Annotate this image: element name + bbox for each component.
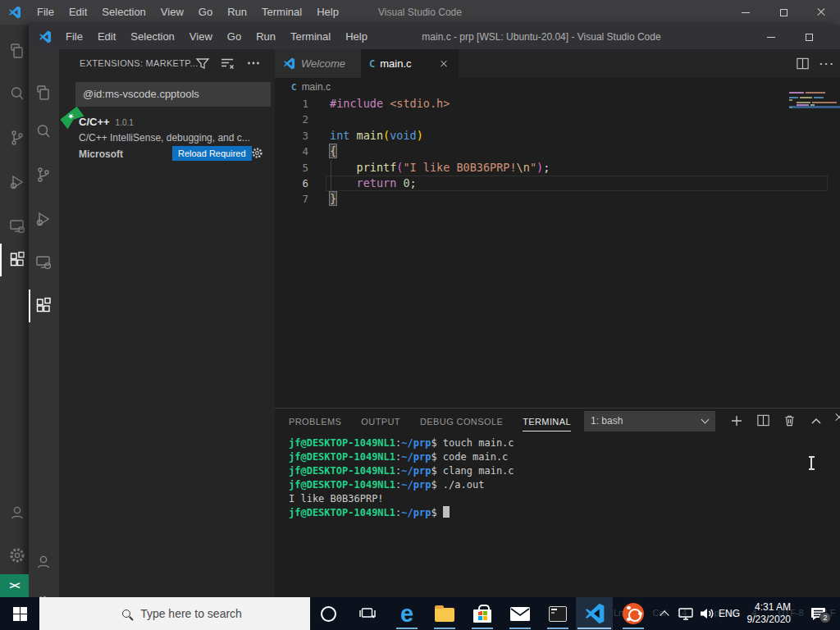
c-language-icon: C <box>369 58 375 70</box>
tray-time: 4:31 AM <box>755 601 791 614</box>
tab-close-button[interactable] <box>437 57 450 71</box>
vscode-taskbar-button[interactable] <box>576 597 613 630</box>
outer-maximize-button[interactable] <box>765 0 802 25</box>
tab-main-c[interactable]: C main.c <box>361 49 459 78</box>
menu-view[interactable]: View <box>153 0 191 25</box>
extension-gear-icon[interactable] <box>250 146 264 160</box>
store-button[interactable] <box>464 597 500 630</box>
remote-explorer-icon[interactable] <box>7 217 27 236</box>
clear-filter-icon[interactable] <box>220 56 235 71</box>
ubuntu-button[interactable] <box>617 597 650 630</box>
language-indicator[interactable]: ENG <box>715 597 743 630</box>
network-button[interactable] <box>674 597 697 630</box>
terminal-shell-select[interactable]: 1: bash <box>584 411 715 431</box>
source-control-icon[interactable] <box>7 128 27 148</box>
split-terminal-button[interactable] <box>756 413 771 428</box>
network-icon <box>678 606 694 621</box>
outer-close-button[interactable] <box>802 0 840 25</box>
kill-terminal-trash-icon[interactable] <box>783 413 797 428</box>
close-icon <box>835 413 840 422</box>
menu-edit[interactable]: Edit <box>90 25 123 49</box>
run-debug-icon[interactable] <box>34 209 53 229</box>
menu-help[interactable]: Help <box>309 0 346 25</box>
panel-tab-problems[interactable]: PROBLEMS <box>289 411 341 431</box>
extension-name: C/C++1.0.1 <box>79 116 134 128</box>
extensions-icon[interactable] <box>7 250 27 270</box>
taskbar-search-input[interactable]: Type here to search <box>39 597 310 630</box>
run-debug-icon[interactable] <box>7 172 27 192</box>
line-number: 3 <box>275 128 308 144</box>
menu-selection[interactable]: Selection <box>123 25 181 49</box>
tab-welcome[interactable]: Welcome <box>275 49 361 78</box>
line-number: 7 <box>275 191 308 207</box>
more-actions-icon[interactable]: ··· <box>819 57 835 70</box>
store-icon <box>473 609 491 623</box>
explorer-icon[interactable] <box>34 83 53 103</box>
remote-explorer-icon[interactable] <box>34 253 53 272</box>
close-panel-icon[interactable] <box>835 413 840 428</box>
menu-terminal[interactable]: Terminal <box>283 25 338 49</box>
explorer-icon[interactable] <box>7 41 27 61</box>
text-cursor-pointer <box>807 456 815 470</box>
search-icon[interactable] <box>34 121 53 141</box>
menu-go[interactable]: Go <box>191 0 220 25</box>
mail-button[interactable] <box>502 597 538 630</box>
outer-minimize-button[interactable] <box>727 0 765 25</box>
tray-expand-button[interactable] <box>654 597 675 630</box>
breadcrumb[interactable]: C main.c <box>275 78 840 96</box>
outer-window-controls <box>727 0 840 25</box>
file-explorer-button[interactable] <box>427 597 463 630</box>
cortana-button[interactable] <box>310 597 346 630</box>
task-view-button[interactable] <box>349 597 386 630</box>
action-center-button[interactable]: 2 <box>802 597 835 630</box>
close-icon <box>817 8 825 16</box>
extensions-search-input[interactable]: @id:ms-vscode.cpptools <box>75 82 271 107</box>
menu-view[interactable]: View <box>182 25 220 49</box>
extensions-sidebar: EXTENSIONS: MARKETP... @id:ms-vscode.cpp… <box>59 49 275 597</box>
menu-run[interactable]: Run <box>220 0 254 25</box>
edge-button[interactable]: e <box>389 597 425 630</box>
menu-edit[interactable]: Edit <box>62 0 94 25</box>
clock[interactable]: 4:31 AM 9/23/2020 <box>747 597 791 630</box>
code-editor[interactable]: 1#include <stdio.h>23int main(void)4{5 p… <box>275 96 840 208</box>
new-terminal-button[interactable] <box>729 413 744 428</box>
vscode-logo-icon <box>39 30 52 43</box>
line-number: 2 <box>275 112 308 127</box>
account-icon[interactable] <box>7 503 27 523</box>
split-editor-icon[interactable] <box>796 57 810 71</box>
terminal-cursor <box>443 506 450 518</box>
menu-run[interactable]: Run <box>249 25 283 49</box>
menu-go[interactable]: Go <box>220 25 249 49</box>
inner-menubar: FileEditSelectionViewGoRunTerminalHelp <box>58 25 375 49</box>
menu-help[interactable]: Help <box>338 25 375 49</box>
windows-logo-icon <box>13 607 27 621</box>
command-prompt-icon <box>549 606 567 622</box>
breadcrumb-file: main.c <box>302 81 331 93</box>
menu-terminal[interactable]: Terminal <box>254 0 309 25</box>
menu-selection[interactable]: Selection <box>94 0 153 25</box>
search-icon[interactable] <box>7 84 27 103</box>
filter-icon[interactable] <box>195 56 210 71</box>
panel-tab-debug-console[interactable]: DEBUG CONSOLE <box>420 411 503 431</box>
inner-minimize-button[interactable] <box>752 25 790 49</box>
terminal-output[interactable]: jf@DESKTOP-1049NL1:~/prp$ touch main.cjf… <box>289 436 514 520</box>
more-actions-icon[interactable] <box>246 56 261 71</box>
account-icon[interactable] <box>34 552 53 572</box>
bottom-panel: PROBLEMSOUTPUTDEBUG CONSOLETERMINAL 1: b… <box>275 408 840 597</box>
terminal-app-button[interactable] <box>540 597 576 630</box>
start-button[interactable] <box>0 597 39 630</box>
extensions-icon[interactable] <box>34 296 53 316</box>
source-control-icon[interactable] <box>34 165 53 185</box>
settings-gear-icon[interactable] <box>7 546 27 565</box>
panel-tab-terminal[interactable]: TERMINAL <box>523 411 571 431</box>
remote-wsl-status-badge[interactable]: >< <box>0 574 29 597</box>
menu-file[interactable]: File <box>30 0 62 25</box>
menu-file[interactable]: File <box>58 25 90 49</box>
tab-label: main.c <box>380 57 411 70</box>
panel-tab-output[interactable]: OUTPUT <box>361 411 400 431</box>
close-icon <box>441 61 447 67</box>
maximize-panel-chevron-icon[interactable] <box>809 413 824 428</box>
minimize-icon <box>767 37 775 38</box>
inner-maximize-button[interactable] <box>790 25 828 49</box>
reload-required-button[interactable]: Reload Required <box>172 146 252 161</box>
